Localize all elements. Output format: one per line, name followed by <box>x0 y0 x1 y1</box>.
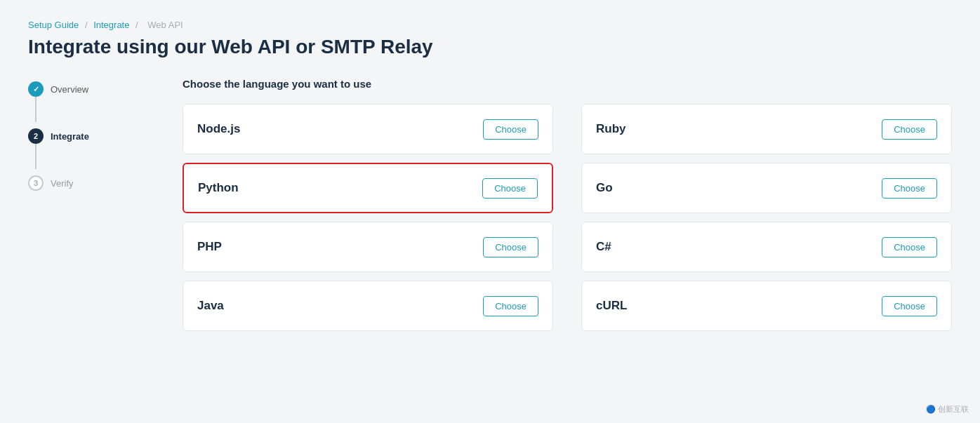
watermark: 🔵 创新互联 <box>926 404 969 415</box>
choose-button-php[interactable]: Choose <box>483 237 538 257</box>
language-name: Ruby <box>596 122 626 136</box>
sidebar-item-integrate: 2 Integrate <box>28 128 154 169</box>
language-card-php: PHPChoose <box>183 222 553 272</box>
language-card-curl: cURLChoose <box>581 281 952 331</box>
sidebar: ✓ Overview 2 Integrate 3 Verify <box>28 78 154 331</box>
content-area: Choose the language you want to use Node… <box>154 78 952 331</box>
step-circle-verify: 3 <box>28 175 44 191</box>
step-label-overview: Overview <box>51 82 88 96</box>
breadcrumb-integrate[interactable]: Integrate <box>93 20 129 30</box>
language-card-python: PythonChoose <box>183 163 553 213</box>
sidebar-item-verify: 3 Verify <box>28 175 154 191</box>
language-name: cURL <box>596 299 627 313</box>
language-card-ruby: RubyChoose <box>581 104 952 154</box>
page-title: Integrate using our Web API or SMTP Rela… <box>0 36 980 78</box>
choose-button-nodejs[interactable]: Choose <box>483 119 538 140</box>
language-column-left: Node.jsChoosePythonChoosePHPChooseJavaCh… <box>183 104 553 331</box>
language-name: C# <box>596 240 611 254</box>
breadcrumb: Setup Guide / Integrate / Web API <box>0 0 980 36</box>
step-label-verify: Verify <box>51 176 74 190</box>
language-column-right: RubyChooseGoChooseC#ChoosecURLChoose <box>581 104 952 331</box>
choose-button-go[interactable]: Choose <box>882 178 937 199</box>
language-name: Python <box>198 181 239 195</box>
language-card-java: JavaChoose <box>183 281 553 331</box>
language-name: Node.js <box>197 122 240 136</box>
choose-button-curl[interactable]: Choose <box>882 296 937 316</box>
language-name: PHP <box>197 240 222 254</box>
language-name: Go <box>596 181 613 195</box>
step-circle-integrate: 2 <box>28 128 44 144</box>
language-grid: Node.jsChoosePythonChoosePHPChooseJavaCh… <box>183 104 952 331</box>
breadcrumb-setup-guide[interactable]: Setup Guide <box>28 20 79 30</box>
language-card-nodejs: Node.jsChoose <box>183 104 553 154</box>
language-card-go: GoChoose <box>581 163 952 213</box>
choose-button-python[interactable]: Choose <box>482 178 538 199</box>
breadcrumb-current: Web API <box>147 20 183 30</box>
language-card-c: C#Choose <box>581 222 952 272</box>
section-title: Choose the language you want to use <box>183 78 952 90</box>
choose-button-ruby[interactable]: Choose <box>882 119 937 140</box>
step-circle-overview: ✓ <box>28 81 44 97</box>
language-name: Java <box>197 299 224 313</box>
sidebar-item-overview: ✓ Overview <box>28 81 154 122</box>
choose-button-c[interactable]: Choose <box>882 237 937 257</box>
step-label-integrate: Integrate <box>51 129 89 143</box>
choose-button-java[interactable]: Choose <box>483 296 538 316</box>
